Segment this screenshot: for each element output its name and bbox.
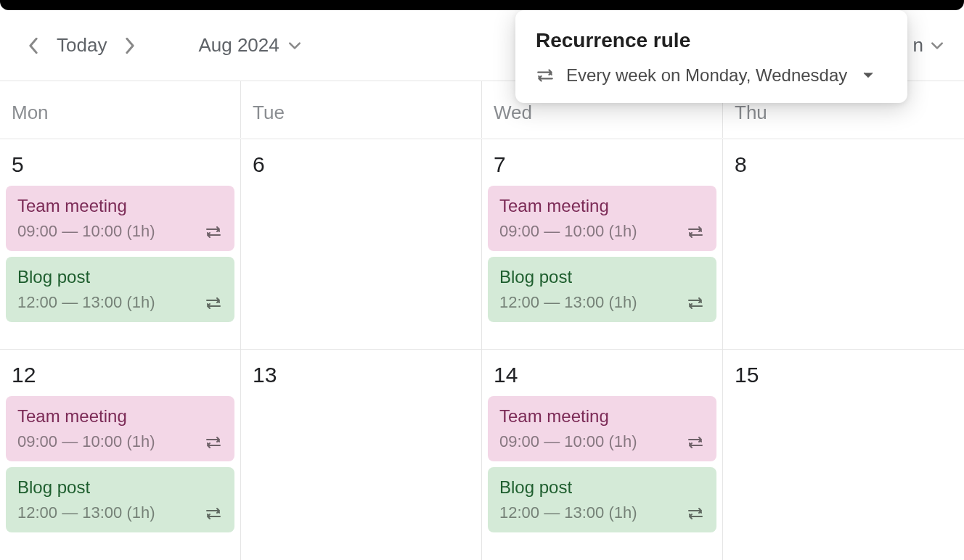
event-title: Blog post [17,267,223,287]
day-cell[interactable]: 12 Team meeting09:00 — 10:00 (1h)Blog po… [0,349,241,560]
month-label: Aug 2024 [198,34,279,57]
calendar-event[interactable]: Team meeting09:00 — 10:00 (1h) [6,186,234,251]
day-header: Mon [0,81,241,138]
day-cell[interactable]: 8 [723,139,964,350]
repeat-icon [686,225,705,239]
event-title: Blog post [17,477,223,498]
repeat-icon [536,67,555,83]
calendar-event[interactable]: Team meeting09:00 — 10:00 (1h) [6,396,234,461]
day-cell[interactable]: 5 Team meeting09:00 — 10:00 (1h)Blog pos… [0,139,241,350]
recurrence-rule-text: Every week on Monday, Wednesday [566,65,847,86]
calendar-event[interactable]: Blog post12:00 — 13:00 (1h) [488,257,716,322]
date-number: 6 [241,139,481,186]
event-time: 12:00 — 13:00 (1h) [499,293,705,312]
repeat-icon [204,435,223,450]
calendar-event[interactable]: Team meeting09:00 — 10:00 (1h) [488,186,716,251]
date-number: 5 [0,139,240,186]
date-number: 12 [0,350,240,396]
date-number: 15 [723,350,964,396]
date-number: 13 [241,350,481,396]
event-title: Team meeting [17,196,223,216]
calendar-event[interactable]: Blog post12:00 — 13:00 (1h) [6,467,234,532]
event-recur-indicator [204,225,223,239]
calendar-event[interactable]: Blog post12:00 — 13:00 (1h) [488,467,716,532]
recurrence-rule-selector[interactable]: Every week on Monday, Wednesday [536,65,887,86]
event-recur-indicator [686,296,705,310]
repeat-icon [204,506,223,521]
repeat-icon [204,296,223,310]
date-number: 8 [723,139,964,186]
event-title: Team meeting [17,406,223,427]
repeat-icon [204,225,223,239]
event-time: 09:00 — 10:00 (1h) [499,432,705,451]
event-recur-indicator [204,435,223,450]
caret-down-icon [863,72,873,79]
date-number: 7 [482,139,722,186]
view-picker-button[interactable]: n [913,34,944,57]
event-title: Blog post [499,477,705,498]
chevron-right-icon [125,38,135,54]
event-title: Team meeting [499,406,705,427]
repeat-icon [686,506,705,521]
event-title: Blog post [499,267,705,287]
recurrence-popover: Recurrence rule Every week on Monday, We… [515,10,907,103]
event-time: 09:00 — 10:00 (1h) [499,222,705,241]
window-top-bar [0,0,964,10]
event-recur-indicator [686,506,705,521]
chevron-left-icon [28,38,38,54]
view-label-partial: n [913,34,923,57]
repeat-icon [686,296,705,310]
event-recur-indicator [204,296,223,310]
calendar-grid: Mon Tue Wed Thu 5 Team meeting09:00 — 10… [0,81,964,560]
date-number: 14 [482,350,722,396]
event-time: 12:00 — 13:00 (1h) [17,503,223,522]
popover-title: Recurrence rule [536,29,887,52]
repeat-icon [686,435,705,450]
day-header: Tue [241,81,482,138]
day-cell[interactable]: 6 [241,139,482,350]
day-cell[interactable]: 13 [241,349,482,560]
calendar-event[interactable]: Blog post12:00 — 13:00 (1h) [6,257,234,322]
event-recur-indicator [686,435,705,450]
day-cell[interactable]: 15 [723,349,964,560]
calendar-event[interactable]: Team meeting09:00 — 10:00 (1h) [488,396,716,461]
event-recur-indicator [686,225,705,239]
prev-button[interactable] [20,33,46,59]
event-time: 09:00 — 10:00 (1h) [17,222,223,241]
month-picker-button[interactable]: Aug 2024 [189,34,309,57]
event-time: 12:00 — 13:00 (1h) [499,503,705,522]
next-button[interactable] [117,33,143,59]
day-cell[interactable]: 7 Team meeting09:00 — 10:00 (1h)Blog pos… [482,139,723,350]
event-time: 12:00 — 13:00 (1h) [17,293,223,312]
event-time: 09:00 — 10:00 (1h) [17,432,223,451]
today-button[interactable]: Today [46,34,117,57]
chevron-down-icon [288,41,301,50]
day-cell[interactable]: 14 Team meeting09:00 — 10:00 (1h)Blog po… [482,349,723,560]
event-title: Team meeting [499,196,705,216]
chevron-down-icon [931,41,944,50]
event-recur-indicator [204,506,223,521]
